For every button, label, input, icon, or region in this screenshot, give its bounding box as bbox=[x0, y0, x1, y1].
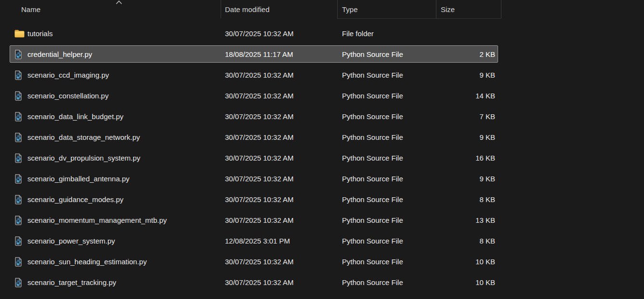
file-name: scenario_momentum_management_mtb.py bbox=[27, 210, 167, 231]
file-name: scenario_constellation.py bbox=[27, 85, 108, 106]
file-date-modified: 30/07/2025 10:32 AM bbox=[225, 65, 294, 85]
file-name: scenario_target_tracking.py bbox=[27, 272, 116, 293]
file-explorer-window: Name Date modified Type Size tutorials30… bbox=[0, 0, 644, 299]
file-name: scenario_gimballed_antenna.py bbox=[27, 168, 130, 189]
column-header-name[interactable]: Name bbox=[21, 0, 40, 19]
file-date-modified: 30/07/2025 10:32 AM bbox=[225, 23, 294, 44]
column-header-size[interactable]: Size bbox=[441, 0, 455, 19]
file-type: Python Source File bbox=[342, 65, 403, 85]
file-row[interactable]: tutorials30/07/2025 10:32 AMFile folder bbox=[0, 23, 644, 44]
file-date-modified: 30/07/2025 10:32 AM bbox=[225, 148, 294, 168]
file-type: Python Source File bbox=[342, 231, 403, 251]
python-file-icon bbox=[14, 91, 22, 101]
file-type: Python Source File bbox=[342, 272, 403, 293]
file-size: 7 KB bbox=[436, 106, 495, 127]
file-row[interactable]: credential_helper.py18/08/2025 11:17 AMP… bbox=[0, 44, 644, 65]
file-name: scenario_sun_heading_estimation.py bbox=[27, 251, 147, 272]
python-file-icon bbox=[14, 216, 22, 225]
file-size bbox=[436, 23, 495, 44]
file-row[interactable]: scenario_sun_heading_estimation.py30/07/… bbox=[0, 251, 644, 272]
column-divider[interactable] bbox=[337, 0, 338, 18]
column-header-bar: Name Date modified Type Size bbox=[0, 0, 644, 19]
file-row[interactable]: scenario_gimballed_antenna.py30/07/2025 … bbox=[0, 168, 644, 189]
file-size: 14 KB bbox=[436, 85, 495, 106]
column-divider[interactable] bbox=[436, 0, 436, 18]
file-type: File folder bbox=[342, 23, 374, 44]
file-date-modified: 30/07/2025 10:32 AM bbox=[225, 272, 294, 293]
file-size: 9 KB bbox=[436, 127, 495, 148]
python-file-icon bbox=[14, 153, 22, 163]
python-file-icon bbox=[14, 133, 22, 142]
python-file-icon bbox=[14, 257, 22, 267]
file-row[interactable]: scenario_guidance_modes.py30/07/2025 10:… bbox=[0, 189, 644, 210]
file-date-modified: 30/07/2025 10:32 AM bbox=[225, 168, 294, 189]
file-type: Python Source File bbox=[342, 210, 403, 231]
file-name: scenario_data_storage_network.py bbox=[27, 127, 140, 148]
file-size: 13 KB bbox=[436, 210, 495, 231]
file-row[interactable]: scenario_target_tracking.py30/07/2025 10… bbox=[0, 272, 644, 293]
file-type: Python Source File bbox=[342, 44, 403, 65]
file-size: 16 KB bbox=[436, 148, 495, 168]
file-size: 2 KB bbox=[436, 44, 495, 65]
python-file-icon bbox=[14, 236, 22, 246]
file-row[interactable]: scenario_dv_propulsion_system.py30/07/20… bbox=[0, 148, 644, 168]
file-name: tutorials bbox=[27, 23, 53, 44]
file-name: scenario_power_system.py bbox=[27, 231, 115, 251]
file-type: Python Source File bbox=[342, 189, 403, 210]
file-list: tutorials30/07/2025 10:32 AMFile folderc… bbox=[0, 23, 644, 293]
file-size: 8 KB bbox=[436, 231, 495, 251]
header-underline bbox=[337, 18, 501, 19]
file-date-modified: 30/07/2025 10:32 AM bbox=[225, 85, 294, 106]
file-date-modified: 18/08/2025 11:17 AM bbox=[225, 44, 293, 65]
python-file-icon bbox=[14, 70, 22, 80]
python-file-icon bbox=[14, 112, 22, 122]
column-header-date-modified[interactable]: Date modified bbox=[225, 0, 270, 19]
column-divider[interactable] bbox=[501, 0, 501, 18]
file-row[interactable]: scenario_ccd_imaging.py30/07/2025 10:32 … bbox=[0, 65, 644, 85]
file-date-modified: 30/07/2025 10:32 AM bbox=[225, 251, 294, 272]
file-row[interactable]: scenario_data_link_budget.py30/07/2025 1… bbox=[0, 106, 644, 127]
python-file-icon bbox=[14, 278, 22, 287]
file-name: scenario_dv_propulsion_system.py bbox=[27, 148, 140, 168]
file-type: Python Source File bbox=[342, 127, 403, 148]
file-row[interactable]: scenario_constellation.py30/07/2025 10:3… bbox=[0, 85, 644, 106]
file-size: 9 KB bbox=[436, 168, 495, 189]
python-file-icon bbox=[14, 174, 22, 184]
file-date-modified: 30/07/2025 10:32 AM bbox=[225, 189, 294, 210]
file-row[interactable]: scenario_data_storage_network.py30/07/20… bbox=[0, 127, 644, 148]
file-size: 9 KB bbox=[436, 65, 495, 85]
file-name: credential_helper.py bbox=[27, 44, 92, 65]
file-type: Python Source File bbox=[342, 148, 403, 168]
column-header-type[interactable]: Type bbox=[342, 0, 358, 19]
file-date-modified: 30/07/2025 10:32 AM bbox=[225, 210, 294, 231]
file-type: Python Source File bbox=[342, 106, 403, 127]
file-type: Python Source File bbox=[342, 85, 403, 106]
file-date-modified: 30/07/2025 10:32 AM bbox=[225, 106, 294, 127]
folder-icon bbox=[14, 29, 25, 39]
file-type: Python Source File bbox=[342, 168, 403, 189]
file-name: scenario_guidance_modes.py bbox=[27, 189, 123, 210]
file-size: 10 KB bbox=[436, 251, 495, 272]
file-date-modified: 12/08/2025 3:01 PM bbox=[225, 231, 290, 251]
python-file-icon bbox=[14, 50, 22, 59]
python-file-icon bbox=[14, 195, 22, 204]
file-size: 10 KB bbox=[436, 272, 495, 293]
file-name: scenario_data_link_budget.py bbox=[27, 106, 123, 127]
file-type: Python Source File bbox=[342, 251, 403, 272]
sort-ascending-chevron-up-icon bbox=[116, 0, 122, 4]
file-row[interactable]: scenario_momentum_management_mtb.py30/07… bbox=[0, 210, 644, 231]
file-name: scenario_ccd_imaging.py bbox=[27, 65, 109, 85]
file-size: 8 KB bbox=[436, 189, 495, 210]
file-row[interactable]: scenario_power_system.py12/08/2025 3:01 … bbox=[0, 231, 644, 251]
file-date-modified: 30/07/2025 10:32 AM bbox=[225, 127, 294, 148]
column-divider[interactable] bbox=[221, 0, 221, 18]
